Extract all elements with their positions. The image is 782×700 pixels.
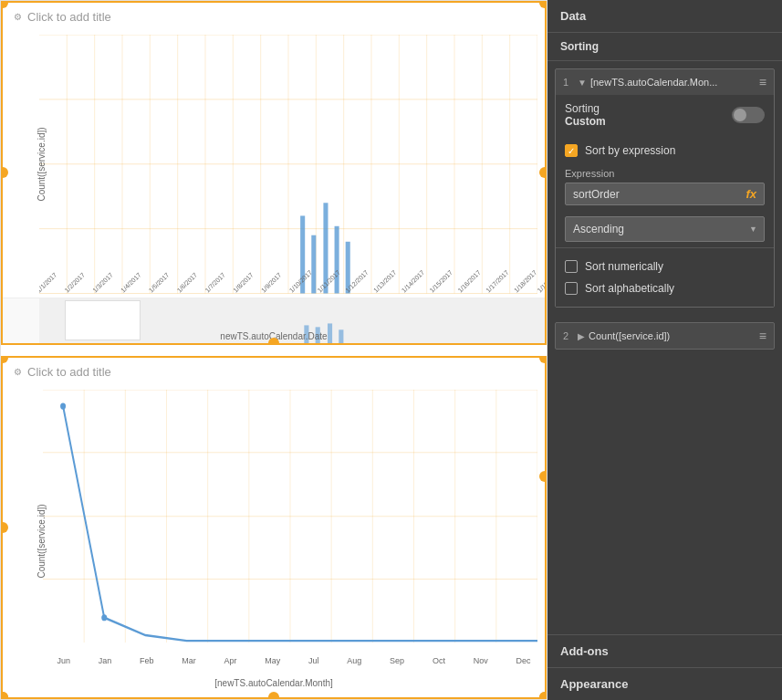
chart1-brush[interactable]: newTS.autoCalendar.Date — [3, 298, 545, 343]
svg-text:1/15/2017: 1/15/2017 — [429, 268, 454, 294]
sort-by-expression-row: Sort by expression — [556, 139, 774, 162]
svg-text:1/9/2017: 1/9/2017 — [260, 271, 284, 294]
chart2-svg: 30 20 10 0 — [43, 390, 537, 643]
x-tick-aug: Aug — [347, 656, 361, 665]
right-panel: Data Sorting 1 ▼ [newTS.autoCalendar.Mon… — [547, 0, 782, 700]
x-tick-mar: Mar — [182, 656, 196, 665]
chart2-title-icon: ⚙ — [14, 367, 22, 377]
sort-by-expression-label: Sort by expression — [585, 144, 675, 157]
svg-text:1/14/2017: 1/14/2017 — [401, 268, 426, 294]
sort-alphabetically-checkbox[interactable] — [565, 282, 578, 295]
chart2-bottom-handle[interactable] — [268, 692, 279, 699]
sorting-toggle[interactable] — [732, 107, 765, 123]
sorting-label: Sorting — [565, 102, 606, 115]
chart2-x-axis-ticks: Jun Jan Feb Mar Apr May Jul Aug Sep Oct … — [43, 656, 545, 665]
sort-alphabetically-label: Sort alphabetically — [585, 282, 674, 295]
sort-numerically-row: Sort numerically — [565, 256, 765, 277]
svg-text:1/8/2017: 1/8/2017 — [232, 271, 255, 294]
sorting-section-header: Sorting — [547, 33, 782, 61]
addons-section[interactable]: Add-ons — [547, 634, 782, 667]
chart2-y-label: Count([service.id]) — [36, 505, 47, 579]
svg-point-77 — [101, 614, 107, 621]
sort-item-2: 2 ▶ Count([service.id]) ≡ — [555, 322, 775, 350]
sorting-custom-content: Sorting Custom — [556, 95, 774, 139]
data-section-header: Data — [547, 0, 782, 33]
expression-section: Expression fx — [556, 162, 774, 211]
appearance-section[interactable]: Appearance — [547, 667, 782, 700]
expression-label: Expression — [565, 168, 765, 179]
sort-item-2-menu-icon[interactable]: ≡ — [759, 329, 766, 343]
svg-text:1/18/2017: 1/18/2017 — [513, 268, 538, 294]
x-tick-feb: Feb — [140, 656, 154, 665]
sort-numerically-label: Sort numerically — [585, 260, 663, 273]
chart2-body: Count([service.id]) — [3, 386, 545, 698]
chart-area: ⚙ Click to add title Count([service.id]) — [0, 0, 547, 700]
svg-rect-53 — [328, 323, 332, 343]
expression-input-row: fx — [565, 183, 765, 205]
sort-item-1: 1 ▼ [newTS.autoCalendar.Mon... ≡ Sorting… — [555, 68, 775, 308]
x-tick-may: May — [265, 656, 280, 665]
svg-text:1/19/2017: 1/19/2017 — [537, 268, 545, 294]
svg-text:1/12/2017: 1/12/2017 — [344, 268, 370, 294]
sort-options-section: Sort numerically Sort alphabetically — [556, 247, 774, 307]
toggle-knob — [734, 109, 746, 121]
svg-text:1/17/2017: 1/17/2017 — [485, 268, 510, 294]
svg-text:1/6/2017: 1/6/2017 — [176, 271, 200, 294]
svg-text:1/2/2017: 1/2/2017 — [63, 271, 87, 294]
chart2-title[interactable]: ⚙ Click to add title — [3, 358, 545, 386]
chart2-container: ⚙ Click to add title Count([service.id]) — [1, 356, 547, 700]
svg-text:1/5/2017: 1/5/2017 — [148, 271, 172, 294]
svg-text:1/13/2017: 1/13/2017 — [372, 268, 398, 294]
sort-item-1-expand: ▼ — [578, 78, 587, 88]
chart1-container: ⚙ Click to add title Count([service.id]) — [1, 1, 547, 345]
x-tick-sep: Sep — [390, 656, 404, 665]
svg-text:1/1/2017: 1/1/2017 — [39, 271, 58, 294]
sort-item-2-header[interactable]: 2 ▶ Count([service.id]) ≡ — [556, 323, 774, 349]
sorting-toggle-row: Sorting Custom — [565, 102, 765, 128]
svg-text:1/16/2017: 1/16/2017 — [456, 268, 482, 294]
sort-item-1-name: [newTS.autoCalendar.Mon... — [590, 77, 756, 88]
chart2-x-axis-label: [newTS.autoCalendar.Month] — [3, 678, 545, 688]
sort-by-expression-checkbox[interactable] — [565, 144, 578, 157]
chart1-y-label: Count([service.id]) — [36, 127, 47, 201]
sort-item-1-menu-icon[interactable]: ≡ — [759, 75, 766, 89]
chart2-title-text: Click to add title — [27, 365, 111, 379]
svg-point-76 — [60, 402, 66, 409]
sort-item-2-number: 2 — [563, 330, 574, 341]
ascending-dropdown[interactable]: Ascending Descending — [565, 216, 765, 242]
x-tick-nov: Nov — [474, 656, 488, 665]
svg-rect-54 — [339, 329, 343, 343]
svg-text:1/3/2017: 1/3/2017 — [91, 271, 115, 294]
sort-item-2-expand: ▶ — [578, 331, 585, 341]
chart1-title[interactable]: ⚙ Click to add title — [3, 3, 545, 31]
sort-item-1-header[interactable]: 1 ▼ [newTS.autoCalendar.Mon... ≡ — [556, 69, 774, 95]
svg-text:1/10/2017: 1/10/2017 — [288, 268, 314, 294]
x-tick-jan: Jan — [99, 656, 112, 665]
sort-item-2-name: Count([service.id]) — [589, 330, 756, 341]
ascending-dropdown-wrapper: Ascending Descending — [565, 216, 765, 242]
sorting-labels: Sorting Custom — [565, 102, 606, 128]
fx-button[interactable]: fx — [746, 187, 756, 201]
x-tick-jul: Jul — [308, 656, 319, 665]
svg-text:1/7/2017: 1/7/2017 — [203, 271, 227, 294]
chart1-bottom-handle[interactable] — [268, 338, 279, 345]
svg-text:1/4/2017: 1/4/2017 — [120, 271, 143, 294]
x-tick-apr: Apr — [224, 656, 236, 665]
x-tick-dec: Dec — [516, 656, 530, 665]
chart1-body: Count([service.id]) — [3, 31, 545, 298]
chart1-title-text: Click to add title — [27, 10, 111, 24]
sort-alphabetically-row: Sort alphabetically — [565, 277, 765, 299]
x-tick-jun: Jun — [57, 656, 70, 665]
panel-spacer — [547, 357, 782, 634]
resize-handle2-tr[interactable] — [539, 356, 547, 363]
sorting-custom-label: Custom — [565, 115, 606, 128]
chart2-bottom-right-handle[interactable] — [539, 692, 547, 699]
svg-text:1/11/2017: 1/11/2017 — [316, 268, 341, 294]
expression-input[interactable] — [573, 188, 740, 201]
sort-numerically-checkbox[interactable] — [565, 260, 578, 273]
sort-item-1-number: 1 — [563, 77, 574, 88]
x-tick-oct: Oct — [433, 656, 445, 665]
ascending-dropdown-section: Ascending Descending — [556, 211, 774, 247]
chart1-title-icon: ⚙ — [14, 12, 22, 22]
chart1-x-axis: 1/1/2017 1/2/2017 1/3/2017 1/4/2017 1/5/… — [39, 243, 545, 298]
